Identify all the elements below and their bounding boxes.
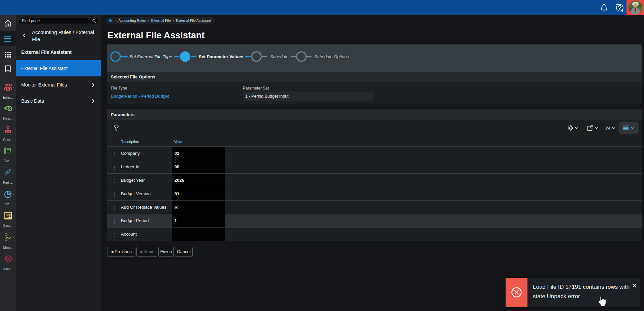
svg-text:SQL: SQL bbox=[6, 213, 11, 217]
